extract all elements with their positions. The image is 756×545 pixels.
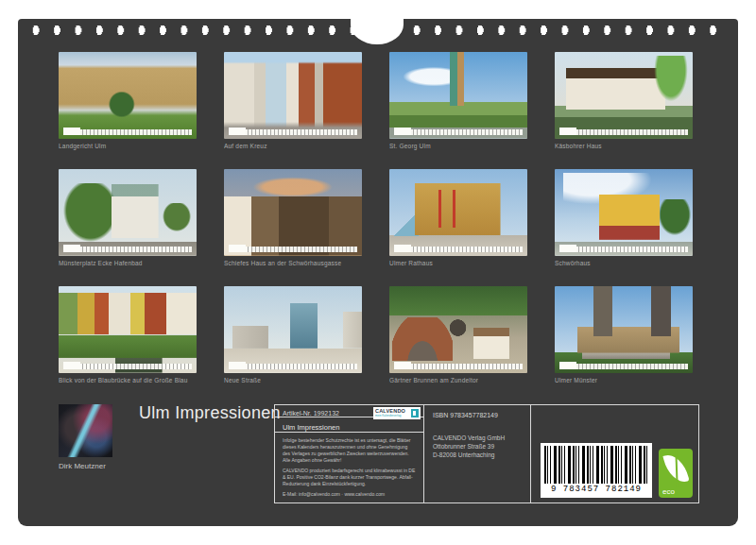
calendar-title: Ulm Impressionen xyxy=(139,403,281,423)
barcode-bars xyxy=(544,446,648,484)
thumbnail-photo-auf-dem-kreuz xyxy=(224,52,362,139)
product-title: Ulm Impressionen xyxy=(283,423,339,432)
legal-text: Infolge bestehender Schutzrechte ist es … xyxy=(283,437,416,464)
hanger-notch xyxy=(351,19,404,44)
calvendo-logo-tagline: mein Kalenderverlag xyxy=(375,414,405,417)
publisher-street: Ottobrunner Straße 39 xyxy=(433,443,530,451)
mini-calendar-strip xyxy=(394,364,523,369)
calvendo-calendar-icon xyxy=(411,409,419,417)
publisher-address: CALVENDO Verlag GmbH Ottobrunner Straße … xyxy=(433,434,530,459)
info-left-column: Artikel-Nr. 1992132 CALVENDO mein Kalend… xyxy=(275,405,424,502)
calendar-thumbnail: St. Georg Ulm xyxy=(389,52,527,150)
production-text: CALVENDO produziert bedarfsgerecht und k… xyxy=(283,468,416,487)
calendar-thumbnail: Gärtner Brunnen am Zundeltor xyxy=(389,286,527,384)
legal-text-block: Infolge bestehender Schutzrechte ist es … xyxy=(275,433,423,506)
eco-label: eco xyxy=(662,487,675,496)
mini-calendar-strip xyxy=(63,129,192,135)
calvendo-logo-text-block: CALVENDO mein Kalenderverlag xyxy=(375,409,405,418)
thumbnail-caption: St. Georg Ulm xyxy=(389,143,527,150)
mini-calendar-strip xyxy=(229,129,357,135)
calendar-back-page: Landgericht Ulm Auf dem Kreuz St. Georg … xyxy=(18,19,738,526)
thumbnail-caption: Neue Straße xyxy=(224,377,362,384)
article-number: Artikel-Nr. 1992132 xyxy=(283,410,339,417)
thumbnail-photo-rathaus xyxy=(389,169,527,256)
thumbnail-photo-muenster xyxy=(555,286,693,373)
mini-calendar-strip xyxy=(63,364,192,369)
calendar-thumbnail: Ulmer Rathaus xyxy=(389,169,527,267)
mini-calendar-strip xyxy=(229,364,357,369)
thumbnail-photo-blaubruecke xyxy=(59,286,197,373)
calvendo-logo: CALVENDO mein Kalenderverlag xyxy=(373,407,421,419)
barcode-digits: 9 783457 782149 xyxy=(544,485,648,494)
calendar-thumbnail: Ulmer Münster xyxy=(555,286,693,384)
thumbnail-photo-st-georg xyxy=(389,52,527,139)
author-name: Dirk Meutzner xyxy=(59,462,144,470)
isbn-column: ISBN 9783457782149 CALVENDO Verlag GmbH … xyxy=(424,405,531,502)
publisher-city: D-82008 Unterhaching xyxy=(433,451,530,460)
publisher-info-box: Artikel-Nr. 1992132 CALVENDO mein Kalend… xyxy=(274,404,699,503)
thumbnail-caption: Ulmer Rathaus xyxy=(389,260,527,267)
calendar-thumbnail: Käsbohrer Haus xyxy=(555,52,693,150)
mini-calendar-strip xyxy=(394,129,523,135)
thumbnail-photo-landgericht xyxy=(59,52,197,139)
calendar-thumbnail: Landgericht Ulm xyxy=(59,52,197,150)
barcode-column: 9 783457 782149 eco xyxy=(531,405,698,502)
mini-calendar-strip xyxy=(229,247,357,252)
contact-line: E-Mail: info@calvendo.com · www.calvendo… xyxy=(283,491,416,498)
product-title-row: Ulm Impressionen xyxy=(275,417,423,433)
thumbnail-grid: Landgericht Ulm Auf dem Kreuz St. Georg … xyxy=(59,52,693,384)
thumbnail-photo-muensterplatz xyxy=(59,169,197,256)
author-block: Dirk Meutzner xyxy=(59,404,144,470)
thumbnail-caption: Landgericht Ulm xyxy=(59,143,197,150)
thumbnail-caption: Blick von der Blaubrücke auf die Große B… xyxy=(59,377,197,384)
calendar-thumbnail: Auf dem Kreuz xyxy=(224,52,362,150)
thumbnail-photo-kaesbohrer-haus xyxy=(555,52,693,139)
thumbnail-photo-neue-strasse xyxy=(224,286,362,373)
mini-calendar-strip xyxy=(394,247,523,252)
calendar-thumbnail: Münsterplatz Ecke Hafenbad xyxy=(59,169,197,267)
thumbnail-caption: Auf dem Kreuz xyxy=(224,143,362,150)
mini-calendar-strip xyxy=(63,247,192,252)
thumbnail-caption: Käsbohrer Haus xyxy=(555,143,693,150)
thumbnail-caption: Gärtner Brunnen am Zundeltor xyxy=(389,377,527,384)
thumbnail-caption: Ulmer Münster xyxy=(555,377,693,384)
article-number-row: Artikel-Nr. 1992132 CALVENDO mein Kalend… xyxy=(275,405,423,417)
thumbnail-caption: Schiefes Haus an der Schwörhausgasse xyxy=(224,260,362,267)
leaf-icon xyxy=(662,451,689,485)
thumbnail-photo-schwoerhaus xyxy=(555,169,693,256)
thumbnail-caption: Schwörhaus xyxy=(555,260,693,267)
calendar-thumbnail: Neue Straße xyxy=(224,286,362,384)
thumbnail-photo-schiefes-haus xyxy=(224,169,362,256)
ean-barcode: 9 783457 782149 xyxy=(541,443,652,498)
thumbnail-caption: Münsterplatz Ecke Hafenbad xyxy=(59,260,197,267)
eco-badge: eco xyxy=(659,449,693,498)
calendar-thumbnail: Schiefes Haus an der Schwörhausgasse xyxy=(224,169,362,267)
calendar-thumbnail: Schwörhaus xyxy=(555,169,693,267)
thumbnail-photo-zundeltor xyxy=(389,286,527,373)
author-photo xyxy=(59,404,112,457)
mini-calendar-strip xyxy=(559,129,688,135)
publisher-name: CALVENDO Verlag GmbH xyxy=(433,434,530,443)
mini-calendar-strip xyxy=(559,247,688,252)
calendar-thumbnail: Blick von der Blaubrücke auf die Große B… xyxy=(59,286,197,384)
isbn-number: ISBN 9783457782149 xyxy=(433,412,530,418)
mini-calendar-strip xyxy=(559,364,688,369)
